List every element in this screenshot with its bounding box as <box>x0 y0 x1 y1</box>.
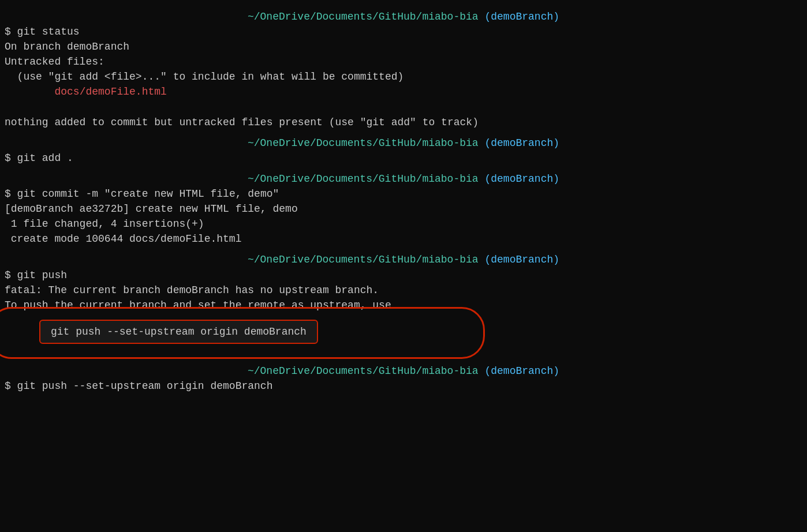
untracked-filename: docs/demoFile.html <box>54 86 166 98</box>
section-git-commit: ~/OneDrive/Documents/GitHub/miabo-bia (d… <box>5 171 802 246</box>
output-create-mode: create mode 100644 docs/demoFile.html <box>5 231 802 246</box>
path-text-1: ~/OneDrive/Documents/GitHub/miabo-bia <box>248 11 479 23</box>
command-git-add: $ git add . <box>5 151 802 166</box>
section-git-status: ~/OneDrive/Documents/GitHub/miabo-bia (d… <box>5 9 802 130</box>
output-use-git-add: (use "git add <file>..." to include in w… <box>5 69 802 84</box>
output-branch: On branch demoBranch <box>5 39 802 54</box>
highlighted-command-container: git push --set-upstream origin demoBranc… <box>5 317 802 347</box>
branch-text-3: (demoBranch) <box>484 173 559 185</box>
command-git-status: $ git status <box>5 24 802 39</box>
section-git-push-final: ~/OneDrive/Documents/GitHub/miabo-bia (d… <box>5 364 802 394</box>
branch-text-4: (demoBranch) <box>484 254 559 265</box>
highlighted-command-text: git push --set-upstream origin demoBranc… <box>39 320 318 344</box>
output-blank-1 <box>5 100 802 115</box>
path-line-1: ~/OneDrive/Documents/GitHub/miabo-bia (d… <box>5 9 802 24</box>
branch-text-5: (demoBranch) <box>484 365 559 377</box>
path-text-3: ~/OneDrive/Documents/GitHub/miabo-bia <box>248 173 479 185</box>
section-git-push-error: ~/OneDrive/Documents/GitHub/miabo-bia (d… <box>5 252 802 347</box>
output-fatal: fatal: The current branch demoBranch has… <box>5 283 802 298</box>
path-line-5: ~/OneDrive/Documents/GitHub/miabo-bia (d… <box>5 364 802 379</box>
output-files-changed: 1 file changed, 4 insertions(+) <box>5 216 802 231</box>
path-text-4: ~/OneDrive/Documents/GitHub/miabo-bia <box>248 254 479 265</box>
output-commit-hash: [demoBranch ae3272b] create new HTML fil… <box>5 201 802 216</box>
output-untracked-header: Untracked files: <box>5 54 802 69</box>
path-line-3: ~/OneDrive/Documents/GitHub/miabo-bia (d… <box>5 171 802 186</box>
command-git-push: $ git push <box>5 268 802 283</box>
branch-text-1: (demoBranch) <box>484 11 559 23</box>
output-untracked-file: docs/demoFile.html <box>5 84 802 99</box>
command-git-commit: $ git commit -m "create new HTML file, d… <box>5 186 802 201</box>
path-text-5: ~/OneDrive/Documents/GitHub/miabo-bia <box>248 365 479 377</box>
path-text-2: ~/OneDrive/Documents/GitHub/miabo-bia <box>248 137 479 149</box>
branch-text-2: (demoBranch) <box>484 137 559 149</box>
output-to-push: To push the current branch and set the r… <box>5 298 802 313</box>
path-line-2: ~/OneDrive/Documents/GitHub/miabo-bia (d… <box>5 136 802 151</box>
output-nothing-added: nothing added to commit but untracked fi… <box>5 115 802 130</box>
path-line-4: ~/OneDrive/Documents/GitHub/miabo-bia (d… <box>5 252 802 267</box>
command-git-push-upstream: $ git push --set-upstream origin demoBra… <box>5 379 802 394</box>
terminal-window: ~/OneDrive/Documents/GitHub/miabo-bia (d… <box>0 0 807 532</box>
section-git-add: ~/OneDrive/Documents/GitHub/miabo-bia (d… <box>5 136 802 166</box>
